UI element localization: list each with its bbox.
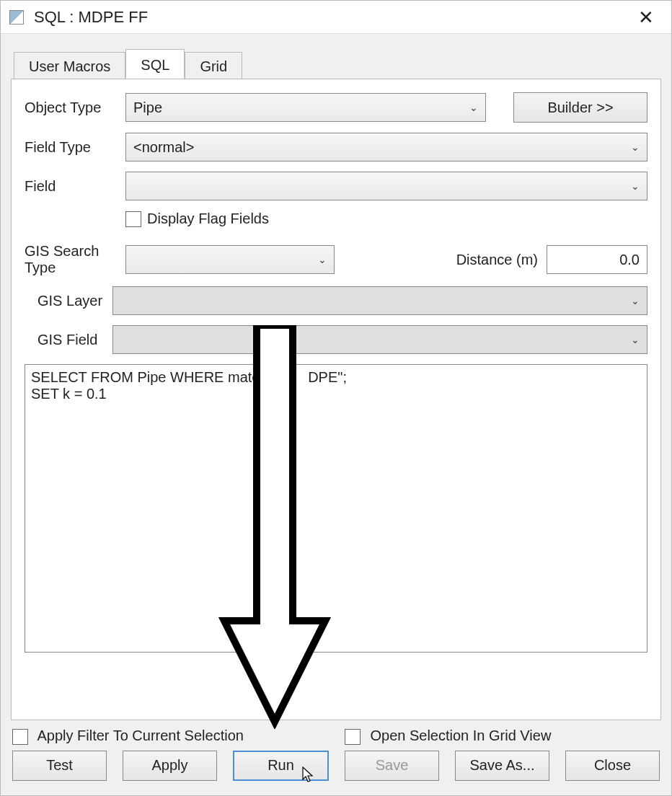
app-icon (9, 10, 24, 25)
titlebar: SQL : MDPE FF ✕ (1, 1, 671, 34)
gis-field-select[interactable]: ⌄ (112, 325, 647, 354)
sql-dialog: SQL : MDPE FF ✕ User Macros SQL Grid Obj… (0, 0, 672, 796)
field-type-select[interactable]: <normal> ⌄ (125, 133, 647, 162)
field-type-label: Field Type (25, 139, 125, 156)
chevron-down-icon: ⌄ (631, 180, 640, 192)
apply-button[interactable]: Apply (123, 751, 217, 781)
sql-panel: Object Type Pipe ⌄ Builder >> Field Type… (11, 79, 661, 720)
distance-input[interactable]: 0.0 (547, 245, 647, 274)
tab-strip: User Macros SQL Grid (14, 48, 671, 79)
object-type-value: Pipe (133, 100, 162, 116)
gis-field-label: GIS Field (25, 332, 112, 348)
open-grid-checkbox[interactable] (345, 729, 361, 745)
tab-grid[interactable]: Grid (185, 52, 242, 79)
gis-search-type-label: GIS Search Type (25, 243, 125, 276)
chevron-down-icon: ⌄ (318, 254, 327, 265)
button-row: Test Apply Run Save Save As... Close (12, 751, 660, 781)
field-label: Field (25, 178, 125, 195)
chevron-down-icon: ⌄ (631, 141, 640, 153)
chevron-down-icon: ⌄ (469, 102, 478, 113)
gis-layer-label: GIS Layer (25, 293, 112, 309)
test-button[interactable]: Test (12, 751, 107, 781)
apply-filter-label: Apply Filter To Current Selection (37, 728, 243, 743)
save-as-button[interactable]: Save As... (455, 751, 549, 781)
open-grid-label: Open Selection In Grid View (370, 728, 551, 743)
bottom-options: Apply Filter To Current Selection Open S… (12, 728, 660, 745)
apply-filter-checkbox[interactable] (12, 729, 28, 745)
run-button[interactable]: Run (233, 751, 329, 781)
tab-user-macros[interactable]: User Macros (14, 52, 125, 79)
display-flag-checkbox[interactable] (125, 211, 141, 227)
gis-layer-select[interactable]: ⌄ (112, 286, 647, 315)
gis-search-type-select[interactable]: ⌄ (125, 245, 335, 274)
distance-value: 0.0 (619, 252, 640, 268)
object-type-select[interactable]: Pipe ⌄ (125, 93, 486, 122)
sql-textarea[interactable]: SELECT FROM Pipe WHERE mate DPE"; SET k … (25, 364, 647, 653)
distance-label: Distance (m) (444, 252, 538, 268)
close-icon[interactable]: ✕ (629, 1, 663, 34)
close-button[interactable]: Close (565, 751, 660, 781)
tab-sql[interactable]: SQL (125, 49, 185, 79)
window-title: SQL : MDPE FF (34, 8, 629, 27)
chevron-down-icon: ⌄ (631, 295, 640, 306)
chevron-down-icon: ⌄ (631, 334, 640, 345)
field-type-value: <normal> (133, 139, 195, 156)
builder-button[interactable]: Builder >> (513, 92, 647, 123)
field-select[interactable]: ⌄ (125, 172, 647, 200)
display-flag-label: Display Flag Fields (147, 211, 269, 227)
object-type-label: Object Type (25, 100, 125, 116)
save-button[interactable]: Save (345, 751, 439, 781)
